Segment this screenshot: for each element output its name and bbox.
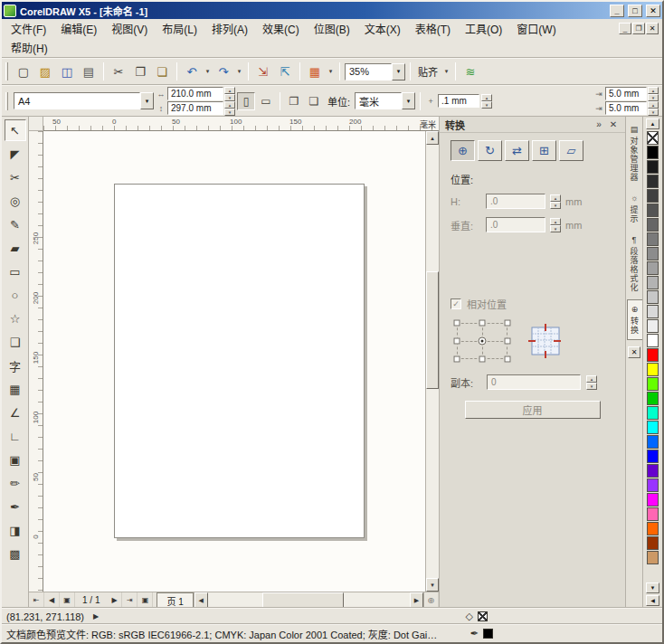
docker-tab-hints[interactable]: ☼提示 xyxy=(627,189,642,228)
ruler-corner[interactable] xyxy=(29,117,43,131)
status-expand-icon[interactable]: ▶ xyxy=(93,612,99,620)
duplicate-x-spinner[interactable]: ▴▾ xyxy=(648,87,659,101)
color-swatch[interactable] xyxy=(647,276,659,289)
anchor-top-left[interactable] xyxy=(454,320,460,327)
paper-width-spinner[interactable]: ▴▾ xyxy=(224,87,235,101)
fill-tool[interactable]: ◨ xyxy=(5,519,26,541)
scroll-up-icon[interactable]: ▴ xyxy=(426,131,439,145)
color-swatch[interactable] xyxy=(647,493,659,507)
menu-item-文本(X)[interactable]: 文本(X) xyxy=(357,19,408,38)
menu-item-窗口(W)[interactable]: 窗口(W) xyxy=(509,19,563,38)
dimension-tool[interactable]: ∠ xyxy=(5,402,26,423)
menu-item-帮助(H)[interactable]: 帮助(H) xyxy=(4,38,55,57)
close-button[interactable]: ✕ xyxy=(646,5,660,17)
scroll-down-icon[interactable]: ▾ xyxy=(426,578,439,592)
v-position-spinner[interactable]: ▴▾ xyxy=(550,218,561,232)
menu-item-工具(O)[interactable]: 工具(O) xyxy=(458,19,509,38)
color-swatch[interactable] xyxy=(647,551,659,564)
color-swatch[interactable] xyxy=(647,160,659,174)
color-swatch[interactable] xyxy=(647,290,659,304)
previous-page-button[interactable]: ◀ xyxy=(44,592,60,608)
duplicate-x-field[interactable]: 5.0 mm xyxy=(605,87,647,100)
paper-height-field[interactable]: 297.0 mm xyxy=(167,101,223,115)
snap-dropdown-arrow-icon[interactable]: ▾ xyxy=(442,68,451,75)
minimize-button[interactable]: _ xyxy=(610,5,624,17)
page[interactable] xyxy=(114,184,365,538)
menu-item-编辑(E)[interactable]: 编辑(E) xyxy=(53,19,104,38)
docker-flyout-icon[interactable]: » xyxy=(593,119,605,129)
add-page-before-button[interactable]: ▣ xyxy=(60,592,75,608)
h-position-field[interactable]: .0 xyxy=(486,194,545,209)
redo-icon[interactable]: ↷ xyxy=(213,62,233,81)
h-position-spinner[interactable]: ▴▾ xyxy=(550,194,561,209)
docker-close-icon[interactable]: ✕ xyxy=(607,119,620,129)
blend-tool[interactable]: ▣ xyxy=(5,449,26,470)
eyedropper-tool[interactable]: ✏ xyxy=(5,472,26,494)
color-swatch[interactable] xyxy=(647,348,659,362)
units-dropdown-arrow-icon[interactable]: ▾ xyxy=(402,92,415,109)
units-combo[interactable]: 毫米 ▾ xyxy=(355,92,415,109)
zoom-dropdown-arrow-icon[interactable]: ▾ xyxy=(392,63,405,80)
paper-size-dropdown-arrow-icon[interactable]: ▾ xyxy=(140,92,154,109)
outline-pen-tool[interactable]: ✒ xyxy=(5,496,26,517)
document-restore-button[interactable]: ❐ xyxy=(632,23,645,34)
menu-item-排列(A)[interactable]: 排列(A) xyxy=(204,19,255,38)
maximize-button[interactable]: □ xyxy=(628,5,642,17)
undo-icon[interactable]: ↶ xyxy=(182,62,202,81)
cut-icon[interactable]: ✂ xyxy=(109,62,128,81)
smart-fill-tool[interactable]: ▰ xyxy=(5,237,26,259)
snap-label[interactable]: 贴齐 xyxy=(415,64,441,79)
anchor-bottom-left[interactable] xyxy=(454,356,460,363)
dropdown-arrow-icon[interactable]: ▾ xyxy=(235,68,243,75)
color-swatch[interactable] xyxy=(647,536,659,550)
connector-tool[interactable]: ∟ xyxy=(5,425,26,447)
xf-scale-mirror-button[interactable]: ⇄ xyxy=(505,140,529,161)
last-page-button[interactable]: ⇥ xyxy=(122,592,138,608)
menu-item-位图(B)[interactable]: 位图(B) xyxy=(307,19,357,38)
horizontal-scroll-thumb[interactable] xyxy=(262,592,344,608)
document-minimize-button[interactable]: _ xyxy=(619,23,631,34)
docker-tab-paragraph-formatting[interactable]: ¶段落格式化 xyxy=(627,231,642,297)
property-bar-grip[interactable] xyxy=(5,92,8,110)
interactive-fill-tool[interactable]: ▩ xyxy=(5,543,26,564)
palette-scroll-down-icon[interactable]: ▼ xyxy=(646,582,659,593)
color-swatch[interactable] xyxy=(647,421,659,434)
new-document-icon[interactable]: ▢ xyxy=(14,62,33,81)
drawing-area[interactable] xyxy=(43,131,425,592)
copy-icon[interactable]: ❐ xyxy=(130,62,150,81)
color-swatch[interactable] xyxy=(647,478,659,492)
rectangle-tool[interactable]: ▭ xyxy=(5,260,26,282)
color-swatch[interactable] xyxy=(647,392,659,405)
landscape-button[interactable]: ▭ xyxy=(257,92,275,110)
zoom-level-combo[interactable]: 35% ▾ xyxy=(345,63,405,80)
polygon-tool[interactable]: ☆ xyxy=(5,308,26,329)
zoom-tool[interactable]: ◎ xyxy=(5,190,26,212)
scroll-right-icon[interactable]: ▶ xyxy=(410,592,423,608)
application-launcher-icon[interactable]: ▦ xyxy=(305,62,325,81)
docker-strip-close-icon[interactable]: ✕ xyxy=(628,346,640,358)
anchor-middle-right[interactable] xyxy=(505,338,511,345)
copies-spinner[interactable]: ▴▾ xyxy=(586,375,597,390)
horizontal-scrollbar[interactable]: ◀ ▶ xyxy=(194,592,423,608)
navigator-magnifier-icon[interactable]: ◎ xyxy=(423,592,439,608)
export-icon[interactable]: ⇱ xyxy=(275,62,295,81)
color-swatch[interactable] xyxy=(647,261,659,275)
color-swatch[interactable] xyxy=(647,247,659,260)
color-swatch[interactable] xyxy=(647,507,659,521)
color-swatch[interactable] xyxy=(647,204,659,217)
all-pages-button[interactable]: ❐ xyxy=(285,92,303,110)
zoom-level-value[interactable]: 35% xyxy=(345,63,392,80)
color-swatch[interactable] xyxy=(647,319,659,333)
table-tool[interactable]: ▦ xyxy=(5,378,26,400)
text-tool[interactable]: 字 xyxy=(5,355,26,376)
portrait-button[interactable]: ▯ xyxy=(237,92,255,110)
color-swatch[interactable] xyxy=(647,334,659,347)
first-page-button[interactable]: ⇤ xyxy=(29,592,44,608)
paste-icon[interactable]: ❏ xyxy=(152,62,172,81)
toolbar-grip[interactable] xyxy=(5,62,8,80)
color-swatch[interactable] xyxy=(647,377,659,391)
nudge-spinner[interactable]: ▴▾ xyxy=(481,94,492,109)
color-swatch[interactable] xyxy=(647,189,659,203)
anchor-top-right[interactable] xyxy=(505,320,511,327)
ellipse-tool[interactable]: ○ xyxy=(5,284,26,306)
